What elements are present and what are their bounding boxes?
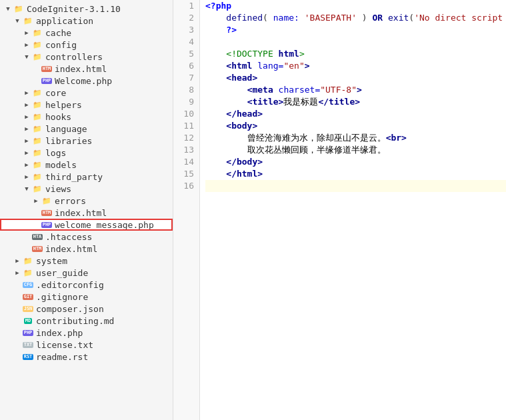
tree-item--editorconfig[interactable]: CFG.editorconfig — [0, 279, 173, 291]
arrow-icon — [23, 149, 31, 157]
line-number: 2 — [179, 12, 194, 24]
rst-icon: RST — [23, 351, 33, 362]
tree-item-index-php[interactable]: PHPindex.php — [0, 327, 173, 339]
item-label: CodeIgniter-3.1.10 — [27, 4, 121, 14]
arrow-icon — [23, 161, 31, 169]
tree-item-index-html[interactable]: HTMindex.html — [0, 243, 173, 255]
folder-icon: 📁 — [32, 99, 43, 110]
tree-item-controllers[interactable]: 📁controllers — [0, 51, 173, 63]
tree-item-application[interactable]: 📁application — [0, 15, 173, 27]
item-label: core — [45, 88, 66, 98]
tree-item-views[interactable]: 📁views — [0, 183, 173, 195]
folder-icon: 📁 — [32, 183, 43, 194]
line-number: 5 — [179, 48, 194, 60]
code-line: 曾经沧海难为水，除却巫山不是云。<br> — [205, 132, 506, 144]
config-icon: CFG — [23, 279, 33, 290]
htaccess-icon: HTA — [32, 231, 43, 242]
tree-item-third-party[interactable]: 📁third_party — [0, 171, 173, 183]
tree-item-welcome-message-php[interactable]: PHPwelcome_message.php — [0, 219, 173, 231]
tree-item--gitignore[interactable]: GIT.gitignore — [0, 291, 173, 303]
arrow-icon — [4, 5, 12, 13]
tree-item-license-txt[interactable]: TXTlicense.txt — [0, 339, 173, 351]
folder-icon: 📁 — [32, 51, 43, 62]
arrow-icon — [23, 29, 31, 37]
arrow-icon — [32, 197, 40, 205]
code-line — [205, 36, 506, 48]
item-label: views — [45, 184, 71, 194]
code-line: ?> — [205, 24, 506, 36]
tree-item-welcome-php[interactable]: PHPWelcome.php — [0, 75, 173, 87]
line-number: 16 — [179, 180, 194, 192]
arrow-icon — [23, 89, 31, 97]
tree-item-logs[interactable]: 📁logs — [0, 147, 173, 159]
tree-item-index-html[interactable]: HTMindex.html — [0, 207, 173, 219]
line-number: 9 — [179, 96, 194, 108]
tree-item-readme-rst[interactable]: RSTreadme.rst — [0, 351, 173, 363]
tree-item--htaccess[interactable]: HTA.htaccess — [0, 231, 173, 243]
tree-root[interactable]: 📁CodeIgniter-3.1.10 — [0, 3, 173, 15]
tree-item-system[interactable]: 📁system — [0, 255, 173, 267]
folder-icon: 📁 — [23, 255, 33, 266]
item-label: language — [45, 124, 87, 134]
php-icon: PHP — [41, 75, 52, 86]
tree-item-index-html[interactable]: HTMindex.html — [0, 63, 173, 75]
tree-item-cache[interactable]: 📁cache — [0, 27, 173, 39]
arrow-icon — [23, 113, 31, 121]
html-icon: HTM — [41, 63, 52, 74]
line-number: 4 — [179, 36, 194, 48]
arrow-icon — [23, 137, 31, 145]
code-line — [205, 180, 506, 192]
tree-item-language[interactable]: 📁language — [0, 123, 173, 135]
tree-item-errors[interactable]: 📁errors — [0, 195, 173, 207]
code-line: <body> — [205, 120, 506, 132]
item-label: cache — [45, 28, 71, 38]
line-number: 7 — [179, 72, 194, 84]
item-label: .editorconfig — [36, 280, 104, 290]
arrow-icon — [13, 17, 21, 25]
arrow-icon — [13, 257, 21, 265]
item-label: index.html — [45, 244, 97, 254]
tree-item-contributing-md[interactable]: MDcontributing.md — [0, 315, 173, 327]
git-icon: GIT — [23, 291, 33, 302]
item-label: controllers — [45, 52, 103, 62]
tree-item-libraries[interactable]: 📁libraries — [0, 135, 173, 147]
item-label: Welcome.php — [55, 76, 112, 86]
arrow-icon — [23, 173, 31, 181]
line-number: 6 — [179, 60, 194, 72]
tree-item-composer-json[interactable]: JSNcomposer.json — [0, 303, 173, 315]
tree-item-models[interactable]: 📁models — [0, 159, 173, 171]
folder-icon: 📁 — [41, 195, 52, 206]
tree-item-user-guide[interactable]: 📁user_guide — [0, 267, 173, 279]
line-number: 12 — [179, 132, 194, 144]
file-tree[interactable]: 📁CodeIgniter-3.1.10📁application📁cache📁co… — [0, 0, 173, 420]
item-label: hooks — [45, 112, 71, 122]
code-line: 取次花丛懒回顾，半缘修道半缘君。 — [205, 144, 506, 156]
arrow-icon — [13, 269, 21, 277]
item-label: errors — [55, 196, 86, 206]
item-label: system — [36, 256, 67, 266]
item-label: logs — [45, 148, 66, 158]
arrow-icon — [23, 125, 31, 133]
item-label: helpers — [45, 100, 82, 110]
folder-icon: 📁 — [23, 267, 33, 278]
tree-item-config[interactable]: 📁config — [0, 39, 173, 51]
item-label: index.html — [55, 208, 107, 218]
folder-icon: 📁 — [32, 111, 43, 122]
code-line: </head> — [205, 108, 506, 120]
tree-item-core[interactable]: 📁core — [0, 87, 173, 99]
line-number: 10 — [179, 108, 194, 120]
code-lines: <?php defined( name: 'BASEPATH' ) OR exi… — [200, 0, 506, 420]
tree-item-hooks[interactable]: 📁hooks — [0, 111, 173, 123]
item-label: config — [45, 40, 77, 50]
item-label: .htaccess — [45, 232, 92, 242]
code-area: 12345678910111213141516 <?php defined( n… — [173, 0, 506, 420]
folder-icon: 📁 — [32, 123, 43, 134]
tree-item-helpers[interactable]: 📁helpers — [0, 99, 173, 111]
html-icon: HTM — [32, 243, 43, 254]
line-number: 11 — [179, 120, 194, 132]
code-line: <!DOCTYPE html> — [205, 48, 506, 60]
folder-icon: 📁 — [32, 147, 43, 158]
json-icon: JSN — [23, 303, 33, 314]
md-icon: MD — [23, 315, 33, 326]
folder-icon: 📁 — [32, 171, 43, 182]
